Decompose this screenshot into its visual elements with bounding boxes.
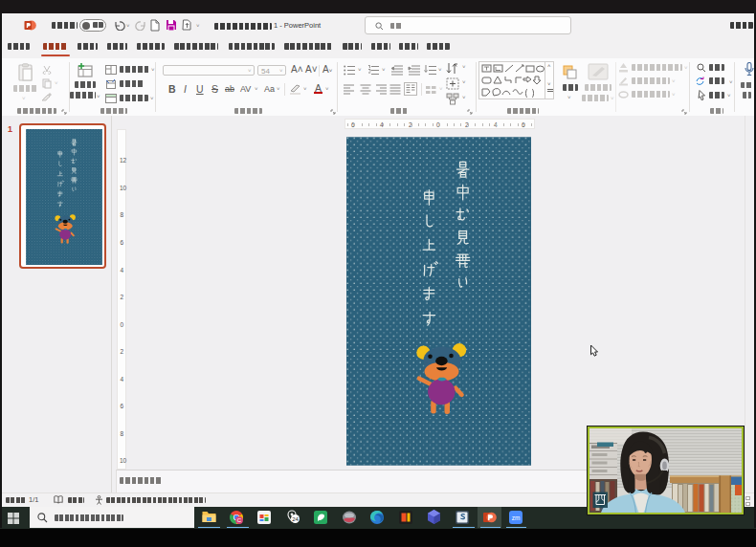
svg-text:24: 24: [292, 516, 299, 522]
svg-text:zm: zm: [512, 514, 521, 520]
svg-text:C: C: [237, 517, 242, 523]
